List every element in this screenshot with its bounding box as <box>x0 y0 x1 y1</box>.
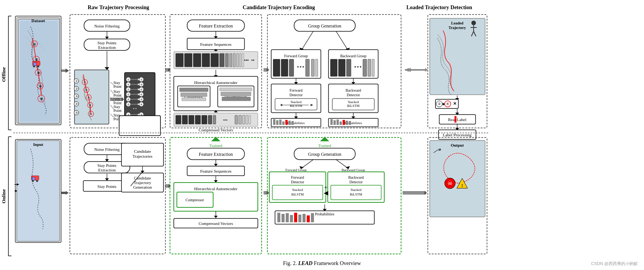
svg-rect-400 <box>303 214 306 222</box>
svg-rect-349 <box>187 166 244 176</box>
svg-rect-182 <box>189 115 194 124</box>
svg-rect-260 <box>333 120 336 125</box>
svg-rect-314 <box>70 137 165 254</box>
svg-text:②: ② <box>75 87 78 91</box>
svg-marker-367 <box>267 191 269 195</box>
svg-text:②: ② <box>127 98 129 101</box>
svg-point-23 <box>37 83 43 89</box>
svg-text:Stay Points: Stay Points <box>97 163 117 168</box>
svg-text:Stacked: Stacked <box>351 188 362 192</box>
svg-rect-401 <box>307 215 310 222</box>
svg-text:Loaded Trajectory Detection: Loaded Trajectory Detection <box>406 5 472 10</box>
svg-rect-157 <box>239 53 241 67</box>
svg-marker-43 <box>105 67 109 70</box>
svg-line-370 <box>302 160 313 168</box>
svg-rect-256 <box>291 121 294 125</box>
svg-line-69 <box>110 114 113 117</box>
svg-rect-408 <box>430 141 485 217</box>
svg-text:Forward: Forward <box>290 88 303 92</box>
svg-text:Dataset: Dataset <box>31 18 45 23</box>
svg-text:②: ② <box>438 102 441 106</box>
svg-point-46 <box>84 87 89 92</box>
svg-marker-118 <box>138 103 139 105</box>
svg-text:Candidate: Candidate <box>132 118 148 123</box>
svg-text:Point: Point <box>113 93 121 97</box>
svg-point-48 <box>87 102 93 108</box>
svg-line-410 <box>434 149 439 153</box>
svg-rect-176 <box>222 97 251 101</box>
svg-text:⑤: ⑤ <box>40 97 43 101</box>
svg-rect-13 <box>18 19 60 123</box>
svg-point-412 <box>445 178 455 189</box>
svg-rect-14 <box>20 21 58 122</box>
svg-point-107 <box>139 92 143 96</box>
svg-rect-296 <box>439 130 476 139</box>
svg-point-95 <box>139 82 143 86</box>
svg-text:②: ② <box>85 89 87 91</box>
svg-text:①: ① <box>75 79 78 83</box>
svg-marker-414 <box>457 178 468 188</box>
svg-marker-202 <box>299 48 304 51</box>
svg-rect-392 <box>275 211 374 224</box>
svg-marker-303 <box>15 190 17 192</box>
svg-point-45 <box>82 79 87 85</box>
svg-text:•••: ••• <box>244 58 249 63</box>
svg-text:Stacked: Stacked <box>291 100 302 104</box>
svg-rect-174 <box>220 88 252 91</box>
svg-point-103 <box>126 92 130 96</box>
svg-line-66 <box>110 105 113 109</box>
svg-marker-352 <box>214 180 218 183</box>
svg-rect-234 <box>275 99 317 110</box>
svg-rect-293 <box>455 116 456 123</box>
svg-rect-207 <box>273 59 280 76</box>
svg-rect-271 <box>428 15 487 128</box>
svg-rect-379 <box>272 185 323 200</box>
svg-text:Compressed Vectors: Compressed Vectors <box>199 221 233 226</box>
svg-marker-269 <box>405 68 409 72</box>
svg-text:✕: ✕ <box>453 101 456 106</box>
svg-marker-30 <box>66 69 69 73</box>
svg-rect-213 <box>306 59 309 76</box>
svg-text:Feature Sequences: Feature Sequences <box>200 169 231 173</box>
svg-text:④: ④ <box>140 88 142 91</box>
svg-text:Candidate: Candidate <box>134 149 151 154</box>
svg-marker-125 <box>138 113 139 116</box>
svg-marker-391 <box>323 209 327 211</box>
svg-text:④: ④ <box>140 103 142 106</box>
svg-rect-259 <box>330 119 333 125</box>
svg-rect-34 <box>70 15 165 128</box>
svg-marker-281 <box>455 98 459 100</box>
svg-rect-149 <box>193 53 201 67</box>
svg-marker-106 <box>138 93 139 95</box>
svg-rect-151 <box>211 53 218 67</box>
svg-text:⑤: ⑤ <box>140 93 142 96</box>
svg-rect-252 <box>279 120 282 125</box>
svg-rect-291 <box>439 115 476 124</box>
svg-marker-204 <box>346 48 350 51</box>
svg-rect-12 <box>17 18 60 123</box>
svg-text:Backward Group: Backward Group <box>340 54 367 58</box>
svg-rect-189 <box>239 115 241 124</box>
svg-rect-395 <box>282 214 285 222</box>
svg-rect-192 <box>249 115 251 124</box>
svg-rect-170 <box>181 93 207 97</box>
svg-rect-156 <box>236 53 238 67</box>
svg-point-20 <box>31 41 37 47</box>
svg-rect-299 <box>15 139 61 243</box>
svg-rect-382 <box>328 172 384 202</box>
svg-point-89 <box>139 78 143 81</box>
svg-text:• •: • • <box>133 107 137 111</box>
svg-rect-216 <box>328 50 378 78</box>
svg-rect-172 <box>218 86 254 107</box>
svg-point-306 <box>32 180 34 182</box>
svg-text:Stay: Stay <box>113 97 120 101</box>
svg-rect-251 <box>276 120 278 125</box>
svg-rect-134 <box>119 116 160 136</box>
svg-text:Stay Points: Stay Points <box>97 40 117 45</box>
svg-text:②: ② <box>140 78 142 81</box>
svg-marker-247 <box>351 116 355 119</box>
svg-text:Fig. 2.  
      LEAD
       Fr: Fig. 2. LEAD Framework Overview <box>283 260 361 266</box>
svg-point-307 <box>36 180 38 182</box>
svg-rect-265 <box>349 121 351 125</box>
svg-text:Feature Extraction: Feature Extraction <box>199 152 233 157</box>
